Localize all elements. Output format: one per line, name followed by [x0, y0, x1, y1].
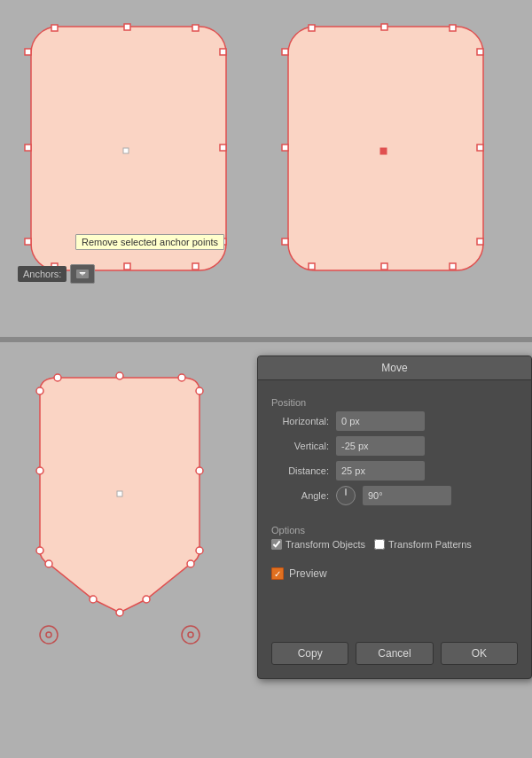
copy-button[interactable]: Copy	[271, 642, 348, 665]
svg-point-45	[40, 626, 58, 644]
remove-anchor-button[interactable]	[70, 264, 95, 284]
svg-rect-26	[282, 145, 288, 151]
options-section: Options Transform Objects Transform Patt…	[271, 525, 518, 550]
svg-rect-30	[80, 272, 85, 274]
preview-checkbox[interactable]	[271, 567, 284, 580]
transform-patterns-checkbox[interactable]	[374, 539, 385, 550]
right-shape-box	[275, 18, 488, 284]
svg-rect-8	[192, 263, 199, 270]
transform-objects-checkbox[interactable]	[271, 539, 282, 550]
anchors-label: Anchors:	[18, 266, 66, 282]
svg-rect-15	[282, 49, 288, 55]
dialog-title: Move	[258, 356, 531, 380]
distance-row: Distance:	[271, 461, 518, 481]
preview-label: Preview	[289, 567, 327, 580]
horizontal-input[interactable]	[336, 411, 425, 431]
distance-label: Distance:	[271, 465, 329, 476]
bottom-canvas	[0, 342, 239, 758]
svg-point-32	[54, 374, 61, 381]
svg-rect-19	[477, 49, 483, 55]
dialog-buttons: Copy Cancel OK	[258, 633, 531, 678]
svg-rect-9	[124, 263, 130, 270]
transform-objects-checkbox-label[interactable]: Transform Objects	[271, 539, 365, 550]
svg-point-41	[90, 596, 97, 603]
svg-point-35	[196, 387, 203, 395]
transform-patterns-checkbox-label[interactable]: Transform Patterns	[374, 539, 472, 550]
horizontal-label: Horizontal:	[271, 416, 329, 426]
svg-rect-25	[282, 238, 288, 245]
dialog-body: Position Horizontal: Vertical: Distance:…	[258, 380, 531, 633]
anchor-toolbar: Anchors: Remove selected anchor points	[18, 264, 95, 284]
svg-rect-1	[25, 49, 31, 55]
svg-point-44	[36, 467, 43, 474]
svg-point-40	[116, 609, 123, 616]
position-label: Position	[271, 397, 518, 408]
svg-rect-12	[25, 145, 31, 151]
svg-point-34	[178, 374, 185, 381]
horizontal-row: Horizontal:	[271, 411, 518, 431]
top-canvas-section: Anchors: Remove selected anchor points	[0, 0, 532, 337]
preview-row: Preview	[271, 567, 518, 580]
vertical-label: Vertical:	[271, 441, 329, 451]
angle-label: Angle:	[271, 490, 329, 501]
position-section: Position Horizontal: Vertical: Distance:…	[271, 397, 518, 511]
svg-point-42	[45, 560, 52, 567]
svg-rect-24	[309, 263, 315, 270]
options-label: Options	[271, 525, 518, 535]
svg-rect-16	[309, 25, 315, 31]
vertical-input[interactable]	[336, 436, 425, 456]
angle-row: Angle:	[271, 486, 518, 505]
svg-rect-6	[220, 145, 226, 151]
svg-rect-27	[380, 148, 387, 154]
svg-point-48	[188, 632, 193, 637]
move-dialog: Move Position Horizontal: Vertical: Dist…	[257, 356, 532, 679]
remove-anchor-tooltip: Remove selected anchor points	[75, 234, 224, 250]
options-row: Transform Objects Transform Patterns	[271, 539, 518, 550]
svg-point-47	[182, 626, 200, 644]
svg-rect-17	[381, 24, 387, 30]
ok-button[interactable]: OK	[441, 642, 518, 665]
svg-rect-2	[51, 25, 58, 31]
svg-rect-5	[220, 49, 226, 55]
svg-rect-13	[123, 148, 129, 153]
svg-rect-20	[477, 145, 483, 151]
bottom-section: Move Position Horizontal: Vertical: Dist…	[0, 342, 532, 758]
svg-point-36	[196, 467, 203, 474]
transform-objects-label: Transform Objects	[286, 539, 365, 550]
svg-rect-22	[450, 263, 456, 270]
svg-point-43	[36, 547, 43, 554]
cancel-button[interactable]: Cancel	[356, 642, 433, 665]
transform-patterns-label: Transform Patterns	[388, 539, 472, 550]
svg-rect-11	[25, 238, 31, 245]
vertical-row: Vertical:	[271, 436, 518, 456]
svg-rect-4	[192, 25, 199, 31]
svg-point-37	[196, 547, 203, 554]
svg-rect-18	[450, 25, 456, 31]
svg-point-31	[36, 387, 43, 395]
angle-dial[interactable]	[336, 486, 356, 505]
distance-input[interactable]	[336, 461, 425, 481]
svg-rect-21	[477, 238, 483, 245]
svg-rect-49	[117, 491, 122, 496]
angle-input[interactable]	[363, 486, 451, 505]
svg-rect-23	[381, 263, 387, 270]
svg-point-46	[46, 632, 51, 637]
svg-point-33	[116, 372, 123, 379]
svg-point-38	[187, 560, 194, 567]
svg-point-39	[143, 596, 150, 603]
svg-rect-3	[124, 24, 130, 30]
